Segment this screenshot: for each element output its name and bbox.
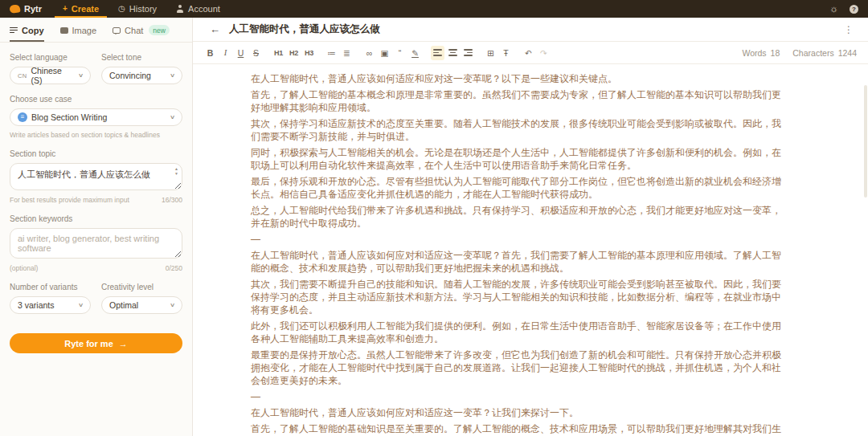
kebab-menu-icon[interactable]: ⋮ [844,24,854,35]
app-window: Rytr + Create ◷ History Account ☼ ? Copy [0,0,868,436]
tab-copy[interactable]: Copy [10,18,44,42]
variants-label: Number of variants [10,283,91,291]
nav-item-history[interactable]: ◷ History [108,0,166,18]
doc-paragraph: 总之，人工智能时代给我们带来了许多机遇和挑战。只有保持学习、积极适应和开放的心态… [251,204,788,230]
tone-select[interactable]: Convincing ∨ [101,67,182,84]
words-label: Words [742,48,766,58]
link-button[interactable]: ∞ [362,46,376,60]
rytr-logo-icon [9,4,20,14]
doc-paragraph: 在人工智能时代，普通人应该如何应对和适应这一变革？让我们来探讨一下。 [251,406,788,419]
code-block-button[interactable]: ⊞ [484,46,497,60]
history-clock-icon: ◷ [118,5,125,13]
language-value: Chinese (S) [31,66,74,85]
chevron-down-icon: ∨ [170,72,175,79]
new-badge: new [149,25,170,35]
nav-item-label: Account [188,4,220,14]
heading-2-button[interactable]: H2 [287,46,301,60]
navbar-right: ☼ ? [829,3,858,14]
doc-divider-dash: — [251,390,788,403]
document-header: ← 人工智能时代，普通人应该怎么做 ⋮ [193,18,868,42]
editor-surface[interactable]: 在人工智能时代，普通人应该如何适应和应对这一变革呢？以下是一些建议和关键点。 首… [193,64,868,436]
align-right-button[interactable] [461,46,475,60]
doc-paragraph: 同时，积极探索与人工智能相关的机会。无论是在职场还是个人生活中，人工智能都提供了… [251,146,788,172]
chevron-down-icon: ∨ [78,72,84,79]
chevron-down-icon: ∨ [170,114,175,120]
help-icon[interactable]: ? [850,5,858,14]
sidebar-form: Select language CN Chinese (S) ∨ Select … [0,43,192,353]
variants-value: 3 variants [18,300,55,310]
nav-item-create[interactable]: + Create [53,0,108,18]
document-stats: Words 18 Characters 1244 [742,48,857,58]
tone-label: Select tone [101,53,182,62]
section-topic-helper: For best results provide maximum input [10,196,129,204]
section-topic-counter: 16/300 [162,196,182,204]
heading-1-button[interactable]: H1 [272,46,285,60]
align-center-button[interactable] [446,46,460,60]
document-title: 人工智能时代，普通人应该怎么做 [229,22,380,36]
clear-format-button[interactable]: Ŧ [499,46,513,60]
language-select[interactable]: CN Chinese (S) ∨ [10,67,91,84]
language-flag-code: CN [18,72,27,79]
top-navbar: Rytr + Create ◷ History Account ☼ ? [0,0,868,18]
section-topic-input[interactable]: 人工智能时代，普通人应该怎么做 [10,163,182,190]
redo-button[interactable]: ↷ [537,46,551,60]
highlight-button[interactable]: ✎ [408,46,422,60]
use-case-select[interactable]: ≡ Blog Section Writing ∨ [10,108,182,126]
chevron-down-icon: ∨ [170,302,175,308]
sidebar: Copy Image Chat new Select language [0,18,193,436]
doc-paragraph: 首先，了解人工智能的基础知识是至关重要的。了解人工智能的概念、技术和应用场景，可… [251,422,788,436]
use-case-doc-icon: ≡ [18,112,27,122]
tab-chat[interactable]: Chat new [113,18,170,42]
tab-label: Copy [22,26,44,35]
variants-select[interactable]: 3 variants ∨ [10,296,91,314]
section-keywords-helper: (optional) [10,264,38,272]
bullet-list-button[interactable]: ≔ [325,46,338,60]
account-person-icon [176,5,184,13]
words-count: 18 [771,48,780,58]
bold-button[interactable]: B [203,46,217,60]
doc-paragraph: 其次，我们需要不断提升自己的技能和知识。随着人工智能的发展，许多传统职业可能会受… [251,278,788,316]
stepper-arrows-icon[interactable]: ▲▼ [174,167,178,176]
doc-paragraph: 首先，了解人工智能的基本概念和原理是非常重要的。虽然我们不需要成为专家，但了解人… [251,88,788,114]
characters-label: Characters [792,48,833,58]
image-button[interactable]: ▣ [378,46,391,60]
align-right-icon [464,49,473,56]
nav-item-label: Create [72,4,99,14]
tab-image[interactable]: Image [60,18,97,42]
language-label: Select language [10,53,91,62]
theme-toggle-sun-icon[interactable]: ☼ [829,3,838,14]
image-icon [60,27,68,34]
back-arrow-icon[interactable]: ← [210,23,220,35]
creativity-select[interactable]: Optimal ∨ [101,296,182,314]
blockquote-button[interactable]: “ [393,46,407,60]
undo-button[interactable]: ↶ [522,46,535,60]
rytr-brand[interactable]: Rytr [10,0,42,18]
italic-button[interactable]: I [219,46,232,60]
tab-label: Image [72,26,97,35]
nav-item-account[interactable]: Account [166,0,230,18]
section-keywords-label: Section keywords [10,214,182,223]
creativity-label: Creativity level [101,283,182,291]
ordered-list-button[interactable]: ≣ [340,46,354,60]
arrow-right-icon: → [119,339,128,348]
align-left-button[interactable] [431,46,444,60]
editor-toolbar: B I U S H1 H2 H3 ≔ ≣ ∞ ▣ “ ✎ [193,42,868,64]
doc-paragraph: 在人工智能时代，普通人应该如何适应和应对这一变革呢？以下是一些建议和关键点。 [251,72,788,85]
copy-lines-icon [10,27,18,34]
doc-paragraph: 其次，保持学习和适应新技术的态度至关重要。随着人工智能技术的发展，很多传统职业可… [251,117,788,143]
strikethrough-button[interactable]: S [249,46,263,60]
characters-count: 1244 [838,48,857,58]
creativity-value: Optimal [109,300,138,310]
doc-divider-dash: — [251,233,788,246]
section-keywords-input[interactable] [10,228,182,259]
doc-paragraph: 在人工智能时代，普通人应该如何应对和适应这一变革呢？首先，我们需要了解人工智能的… [251,249,788,275]
underline-button[interactable]: U [234,46,248,60]
heading-3-button[interactable]: H3 [302,46,316,60]
tab-label: Chat [125,26,143,35]
doc-paragraph: 此外，我们还可以积极利用人工智能为我们提供的便利。例如，在日常生活中使用语音助手… [251,320,788,345]
ryte-for-me-button[interactable]: Ryte for me → [10,333,182,353]
scrollbar-thumb[interactable] [864,85,867,198]
document-panel: ← 人工智能时代，普通人应该怎么做 ⋮ B I U S H1 H2 H3 ≔ ≣… [193,18,868,436]
section-topic-label: Section topic [10,149,182,158]
chevron-down-icon: ∨ [78,302,84,308]
